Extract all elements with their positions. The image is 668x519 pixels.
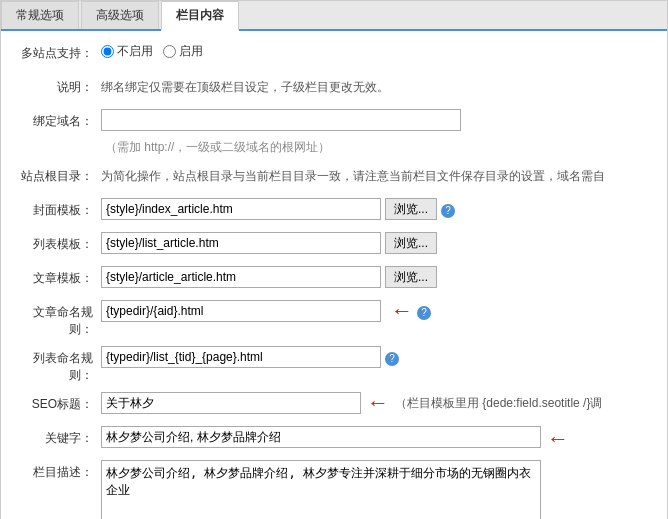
- list-rule-content: ?: [101, 346, 651, 368]
- article-tpl-content: 浏览...: [101, 266, 651, 288]
- bind-domain-row: 绑定域名： （需加 http://，一级或二级域名的根网址）: [11, 109, 651, 156]
- list-tpl-input[interactable]: [101, 232, 381, 254]
- cover-tpl-info-icon[interactable]: ?: [441, 204, 455, 218]
- article-tpl-input-row: 浏览...: [101, 266, 437, 288]
- keyword-label: 关键字：: [11, 426, 101, 447]
- radio-enabled[interactable]: [163, 45, 176, 58]
- main-container: 常规选项 高级选项 栏目内容 多站点支持： 不启用 启用: [0, 0, 668, 519]
- seo-title-input-row: ← （栏目模板里用 {dede:field.seotitle /}调: [101, 392, 602, 414]
- desc-wrapper: 林夕梦公司介绍, 林夕梦品牌介绍, 林夕梦专注并深耕于细分市场的无钢圈内衣企业 …: [101, 460, 541, 519]
- desc-content: 林夕梦公司介绍, 林夕梦品牌介绍, 林夕梦专注并深耕于细分市场的无钢圈内衣企业 …: [101, 460, 651, 519]
- keyword-row: 关键字： ←: [11, 426, 651, 452]
- article-tpl-row: 文章模板： 浏览...: [11, 266, 651, 292]
- cover-tpl-browse-btn[interactable]: 浏览...: [385, 198, 437, 220]
- radio-enabled-text: 启用: [179, 43, 203, 60]
- note-text: 绑名绑定仅需要在顶级栏目设定，子级栏目更改无效。: [101, 75, 389, 96]
- article-rule-info-icon[interactable]: ?: [417, 306, 431, 320]
- bind-domain-input[interactable]: [101, 109, 461, 131]
- list-tpl-browse-btn[interactable]: 浏览...: [385, 232, 437, 254]
- root-dir-row: 站点根目录： 为简化操作，站点根目录与当前栏目目录一致，请注意当前栏目文件保存目…: [11, 164, 651, 190]
- list-tpl-row: 列表模板： 浏览...: [11, 232, 651, 258]
- list-rule-label: 列表命名规则：: [11, 346, 101, 384]
- root-dir-label: 站点根目录：: [11, 164, 101, 185]
- keyword-input[interactable]: [101, 426, 541, 448]
- list-tpl-label: 列表模板：: [11, 232, 101, 253]
- note-row: 说明： 绑名绑定仅需要在顶级栏目设定，子级栏目更改无效。: [11, 75, 651, 101]
- root-dir-content: 为简化操作，站点根目录与当前栏目目录一致，请注意当前栏目文件保存目录的设置，域名…: [101, 164, 651, 185]
- list-rule-input[interactable]: [101, 346, 381, 368]
- radio-disabled-label[interactable]: 不启用: [101, 43, 153, 60]
- multisite-label: 多站点支持：: [11, 41, 101, 62]
- cover-tpl-input[interactable]: [101, 198, 381, 220]
- note-label: 说明：: [11, 75, 101, 96]
- bind-domain-label: 绑定域名：: [11, 109, 101, 130]
- radio-disabled[interactable]: [101, 45, 114, 58]
- tab-advanced[interactable]: 高级选项: [81, 1, 159, 29]
- article-rule-input-row: ← ?: [101, 300, 431, 322]
- list-tpl-content: 浏览...: [101, 232, 651, 254]
- desc-textarea[interactable]: 林夕梦公司介绍, 林夕梦品牌介绍, 林夕梦专注并深耕于细分市场的无钢圈内衣企业: [101, 460, 541, 519]
- article-rule-content: ← ?: [101, 300, 651, 322]
- tab-content[interactable]: 栏目内容: [161, 1, 239, 31]
- cover-tpl-input-row: 浏览... ?: [101, 198, 455, 220]
- article-rule-row: 文章命名规则： ← ?: [11, 300, 651, 338]
- desc-row: 栏目描述： 林夕梦公司介绍, 林夕梦品牌介绍, 林夕梦专注并深耕于细分市场的无钢…: [11, 460, 651, 519]
- tab-bar: 常规选项 高级选项 栏目内容: [1, 1, 667, 31]
- article-rule-arrow: ←: [391, 300, 413, 322]
- multisite-row: 多站点支持： 不启用 启用: [11, 41, 651, 67]
- cover-tpl-content: 浏览... ?: [101, 198, 651, 220]
- article-rule-label: 文章命名规则：: [11, 300, 101, 338]
- seo-title-row: SEO标题： ← （栏目模板里用 {dede:field.seotitle /}…: [11, 392, 651, 418]
- keyword-content: ←: [101, 426, 651, 448]
- bind-domain-hint: （需加 http://，一级或二级域名的根网址）: [101, 135, 330, 156]
- multisite-content: 不启用 启用: [101, 41, 651, 60]
- cover-tpl-row: 封面模板： 浏览... ?: [11, 198, 651, 224]
- seo-title-content: ← （栏目模板里用 {dede:field.seotitle /}调: [101, 392, 651, 414]
- tab-general[interactable]: 常规选项: [1, 1, 79, 29]
- multisite-radio-group: 不启用 启用: [101, 41, 203, 60]
- radio-disabled-text: 不启用: [117, 43, 153, 60]
- article-tpl-label: 文章模板：: [11, 266, 101, 287]
- note-content: 绑名绑定仅需要在顶级栏目设定，子级栏目更改无效。: [101, 75, 651, 96]
- seo-title-label: SEO标题：: [11, 392, 101, 413]
- list-rule-input-row: ?: [101, 346, 399, 368]
- keyword-wrapper: ←: [101, 426, 541, 448]
- root-dir-text: 为简化操作，站点根目录与当前栏目目录一致，请注意当前栏目文件保存目录的设置，域名…: [101, 164, 605, 185]
- list-tpl-input-row: 浏览...: [101, 232, 437, 254]
- list-rule-info-icon[interactable]: ?: [385, 352, 399, 366]
- radio-enabled-label[interactable]: 启用: [163, 43, 203, 60]
- list-rule-row: 列表命名规则： ?: [11, 346, 651, 384]
- bind-domain-content: （需加 http://，一级或二级域名的根网址）: [101, 109, 651, 156]
- article-rule-input[interactable]: [101, 300, 381, 322]
- article-tpl-input[interactable]: [101, 266, 381, 288]
- desc-label: 栏目描述：: [11, 460, 101, 481]
- form-area: 多站点支持： 不启用 启用 说明： 绑名绑定仅需要在顶级栏目设定，子级栏目: [1, 31, 667, 519]
- keyword-arrow: ←: [547, 426, 569, 452]
- article-tpl-browse-btn[interactable]: 浏览...: [385, 266, 437, 288]
- cover-tpl-label: 封面模板：: [11, 198, 101, 219]
- seo-title-note: （栏目模板里用 {dede:field.seotitle /}调: [389, 395, 602, 412]
- seo-title-input[interactable]: [101, 392, 361, 414]
- seo-title-arrow: ←: [367, 392, 389, 414]
